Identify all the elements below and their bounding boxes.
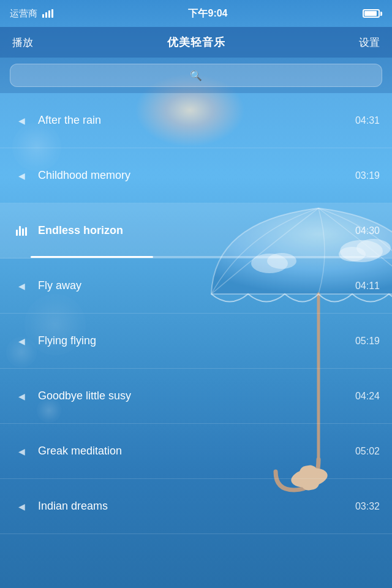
status-bar: 运营商 下午9:04 [0, 0, 392, 27]
play-triangle-icon: ◀ [18, 171, 25, 181]
carrier-label: 运营商 [10, 8, 37, 20]
song-play-icon-1: ◀ [12, 116, 31, 126]
status-left: 运营商 [10, 8, 53, 20]
nav-bar: 播放 优美轻音乐 设置 [0, 27, 392, 58]
song-play-icon-5: ◀ [12, 336, 31, 346]
song-duration-2: 03:19 [355, 170, 380, 181]
song-item-6[interactable]: ◀Goodbye little susy04:24 [0, 369, 392, 424]
song-name-5: Flying flying [38, 334, 349, 347]
song-name-4: Fly away [38, 279, 349, 292]
song-play-icon-8: ◀ [12, 502, 31, 511]
song-item-7[interactable]: ◀Greak meditation05:02 [0, 424, 392, 479]
wifi-icon [42, 9, 53, 18]
song-name-6: Goodbye little susy [38, 390, 349, 402]
play-triangle-icon: ◀ [18, 502, 25, 511]
search-icon: 🔍 [190, 70, 202, 81]
play-triangle-icon: ◀ [18, 336, 25, 346]
battery-icon [363, 9, 382, 18]
song-item-8[interactable]: ◀Indian dreams03:32 [0, 479, 392, 534]
search-bar[interactable]: 🔍 [10, 64, 382, 87]
song-play-icon-4: ◀ [12, 281, 31, 291]
play-triangle-icon: ◀ [18, 447, 25, 456]
progress-bar[interactable] [31, 256, 380, 258]
song-name-8: Indian dreams [38, 500, 349, 513]
song-name-2: Childhood memory [38, 169, 349, 182]
song-item-3[interactable]: Endless horizon04:30 [0, 203, 392, 258]
search-container: 🔍 [0, 58, 392, 93]
song-duration-8: 03:32 [355, 501, 380, 512]
song-duration-1: 04:31 [355, 115, 380, 126]
progress-fill [31, 256, 153, 258]
settings-button[interactable]: 设置 [343, 36, 380, 50]
song-duration-5: 05:19 [355, 336, 380, 347]
play-triangle-icon: ◀ [18, 391, 25, 401]
status-time: 下午9:04 [188, 7, 227, 20]
song-play-icon-7: ◀ [12, 447, 31, 456]
play-button[interactable]: 播放 [12, 36, 49, 50]
song-duration-4: 04:11 [355, 281, 380, 292]
song-play-icon-2: ◀ [12, 171, 31, 181]
song-item-2[interactable]: ◀Childhood memory03:19 [0, 148, 392, 203]
song-item-5[interactable]: ◀Flying flying05:19 [0, 314, 392, 369]
play-triangle-icon: ◀ [18, 116, 25, 126]
song-duration-6: 04:24 [355, 391, 380, 402]
song-item-4[interactable]: ◀Fly away04:11 [0, 258, 392, 314]
song-name-1: After the rain [38, 114, 349, 127]
song-list: ◀After the rain04:31◀Childhood memory03:… [0, 93, 392, 534]
song-item-1[interactable]: ◀After the rain04:31 [0, 93, 392, 148]
speaker-icon [16, 226, 27, 236]
song-play-icon-6: ◀ [12, 391, 31, 401]
play-triangle-icon: ◀ [18, 281, 25, 291]
song-play-icon-3 [12, 226, 31, 236]
status-right [363, 9, 382, 18]
song-duration-7: 05:02 [355, 446, 380, 457]
song-duration-3: 04:30 [355, 225, 380, 236]
song-name-7: Greak meditation [38, 445, 349, 458]
app-title: 优美轻音乐 [167, 35, 225, 50]
song-name-3: Endless horizon [38, 224, 349, 237]
